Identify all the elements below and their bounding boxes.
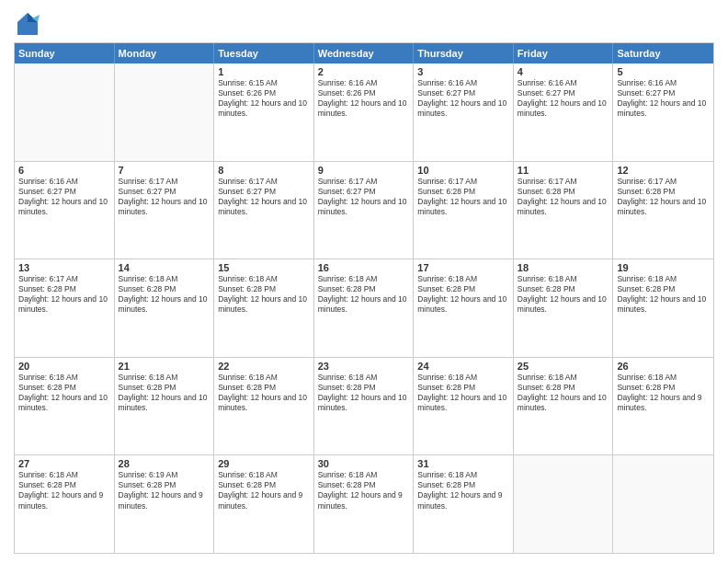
cell-info: Sunrise: 6:17 AMSunset: 6:27 PMDaylight:… bbox=[318, 177, 410, 217]
calendar-row-0: 1Sunrise: 6:15 AMSunset: 6:26 PMDaylight… bbox=[15, 63, 713, 161]
cal-cell: 27Sunrise: 6:18 AMSunset: 6:28 PMDayligh… bbox=[15, 455, 115, 553]
cal-cell bbox=[115, 63, 215, 161]
cell-info: Sunrise: 6:18 AMSunset: 6:28 PMDaylight:… bbox=[18, 470, 110, 511]
cal-cell: 2Sunrise: 6:16 AMSunset: 6:26 PMDaylight… bbox=[314, 63, 415, 161]
cal-cell: 31Sunrise: 6:18 AMSunset: 6:28 PMDayligh… bbox=[414, 455, 514, 553]
cell-info: Sunrise: 6:18 AMSunset: 6:28 PMDaylight:… bbox=[417, 373, 509, 413]
day-number: 30 bbox=[318, 458, 410, 469]
cal-cell: 6Sunrise: 6:16 AMSunset: 6:27 PMDaylight… bbox=[15, 162, 115, 259]
cell-info: Sunrise: 6:17 AMSunset: 6:28 PMDaylight:… bbox=[518, 177, 609, 217]
logo-icon bbox=[14, 9, 41, 37]
calendar-body: 1Sunrise: 6:15 AMSunset: 6:26 PMDaylight… bbox=[15, 63, 713, 553]
day-number: 22 bbox=[218, 361, 310, 372]
day-number: 6 bbox=[18, 165, 110, 176]
cal-cell: 5Sunrise: 6:16 AMSunset: 6:27 PMDaylight… bbox=[613, 63, 713, 161]
cal-cell bbox=[613, 455, 713, 553]
day-number: 19 bbox=[617, 262, 710, 273]
cell-info: Sunrise: 6:18 AMSunset: 6:28 PMDaylight:… bbox=[218, 274, 310, 315]
header-day-thursday: Thursday bbox=[414, 43, 514, 63]
cal-cell: 28Sunrise: 6:19 AMSunset: 6:28 PMDayligh… bbox=[115, 455, 215, 553]
calendar-row-3: 20Sunrise: 6:18 AMSunset: 6:28 PMDayligh… bbox=[15, 357, 713, 455]
cal-cell: 21Sunrise: 6:18 AMSunset: 6:28 PMDayligh… bbox=[115, 358, 215, 455]
cal-cell: 11Sunrise: 6:17 AMSunset: 6:28 PMDayligh… bbox=[514, 162, 614, 259]
day-number: 23 bbox=[318, 361, 410, 372]
cal-cell: 29Sunrise: 6:18 AMSunset: 6:28 PMDayligh… bbox=[214, 455, 314, 553]
day-number: 13 bbox=[18, 262, 110, 273]
cell-info: Sunrise: 6:15 AMSunset: 6:26 PMDaylight:… bbox=[218, 78, 310, 119]
day-number: 7 bbox=[119, 165, 210, 176]
cal-cell: 16Sunrise: 6:18 AMSunset: 6:28 PMDayligh… bbox=[314, 259, 415, 357]
cell-info: Sunrise: 6:18 AMSunset: 6:28 PMDaylight:… bbox=[218, 470, 310, 511]
cell-info: Sunrise: 6:18 AMSunset: 6:28 PMDaylight:… bbox=[18, 373, 110, 413]
cal-cell: 3Sunrise: 6:16 AMSunset: 6:27 PMDaylight… bbox=[414, 63, 514, 161]
cal-cell: 1Sunrise: 6:15 AMSunset: 6:26 PMDaylight… bbox=[214, 63, 314, 161]
cal-cell: 24Sunrise: 6:18 AMSunset: 6:28 PMDayligh… bbox=[414, 358, 514, 455]
cal-cell: 30Sunrise: 6:18 AMSunset: 6:28 PMDayligh… bbox=[314, 455, 415, 553]
day-number: 15 bbox=[218, 262, 310, 273]
day-number: 16 bbox=[318, 262, 410, 273]
day-number: 26 bbox=[617, 361, 710, 372]
day-number: 28 bbox=[119, 458, 210, 469]
day-number: 4 bbox=[518, 66, 609, 77]
logo bbox=[14, 9, 45, 37]
day-number: 31 bbox=[417, 458, 509, 469]
header-day-sunday: Sunday bbox=[15, 43, 115, 63]
cal-cell: 7Sunrise: 6:17 AMSunset: 6:27 PMDaylight… bbox=[115, 162, 215, 259]
cell-info: Sunrise: 6:17 AMSunset: 6:28 PMDaylight:… bbox=[417, 177, 509, 217]
cell-info: Sunrise: 6:17 AMSunset: 6:28 PMDaylight:… bbox=[18, 274, 110, 315]
page: SundayMondayTuesdayWednesdayThursdayFrid… bbox=[0, 0, 728, 563]
day-number: 11 bbox=[518, 165, 609, 176]
header-day-tuesday: Tuesday bbox=[214, 43, 314, 63]
day-number: 10 bbox=[417, 165, 509, 176]
cal-cell: 12Sunrise: 6:17 AMSunset: 6:28 PMDayligh… bbox=[613, 162, 713, 259]
cell-info: Sunrise: 6:16 AMSunset: 6:27 PMDaylight:… bbox=[617, 78, 710, 119]
cell-info: Sunrise: 6:17 AMSunset: 6:28 PMDaylight:… bbox=[617, 177, 710, 217]
cell-info: Sunrise: 6:18 AMSunset: 6:28 PMDaylight:… bbox=[318, 470, 410, 511]
day-number: 20 bbox=[18, 361, 110, 372]
day-number: 18 bbox=[518, 262, 609, 273]
cell-info: Sunrise: 6:18 AMSunset: 6:28 PMDaylight:… bbox=[417, 470, 509, 511]
day-number: 25 bbox=[518, 361, 609, 372]
cal-cell: 20Sunrise: 6:18 AMSunset: 6:28 PMDayligh… bbox=[15, 358, 115, 455]
day-number: 17 bbox=[417, 262, 509, 273]
cell-info: Sunrise: 6:16 AMSunset: 6:26 PMDaylight:… bbox=[318, 78, 410, 119]
day-number: 1 bbox=[218, 66, 310, 77]
cell-info: Sunrise: 6:17 AMSunset: 6:27 PMDaylight:… bbox=[218, 177, 310, 217]
calendar-header: SundayMondayTuesdayWednesdayThursdayFrid… bbox=[15, 43, 713, 63]
cell-info: Sunrise: 6:18 AMSunset: 6:28 PMDaylight:… bbox=[417, 274, 509, 315]
cell-info: Sunrise: 6:16 AMSunset: 6:27 PMDaylight:… bbox=[518, 78, 609, 119]
calendar-row-2: 13Sunrise: 6:17 AMSunset: 6:28 PMDayligh… bbox=[15, 259, 713, 357]
cell-info: Sunrise: 6:16 AMSunset: 6:27 PMDaylight:… bbox=[18, 177, 110, 217]
day-number: 8 bbox=[218, 165, 310, 176]
cal-cell: 23Sunrise: 6:18 AMSunset: 6:28 PMDayligh… bbox=[314, 358, 415, 455]
day-number: 12 bbox=[617, 165, 710, 176]
day-number: 29 bbox=[218, 458, 310, 469]
cal-cell: 10Sunrise: 6:17 AMSunset: 6:28 PMDayligh… bbox=[414, 162, 514, 259]
cell-info: Sunrise: 6:18 AMSunset: 6:28 PMDaylight:… bbox=[218, 373, 310, 413]
header-day-wednesday: Wednesday bbox=[314, 43, 415, 63]
cal-cell: 14Sunrise: 6:18 AMSunset: 6:28 PMDayligh… bbox=[115, 259, 215, 357]
day-number: 2 bbox=[318, 66, 410, 77]
cell-info: Sunrise: 6:18 AMSunset: 6:28 PMDaylight:… bbox=[119, 274, 210, 315]
cal-cell: 17Sunrise: 6:18 AMSunset: 6:28 PMDayligh… bbox=[414, 259, 514, 357]
cal-cell: 15Sunrise: 6:18 AMSunset: 6:28 PMDayligh… bbox=[214, 259, 314, 357]
cell-info: Sunrise: 6:16 AMSunset: 6:27 PMDaylight:… bbox=[417, 78, 509, 119]
cal-cell: 22Sunrise: 6:18 AMSunset: 6:28 PMDayligh… bbox=[214, 358, 314, 455]
day-number: 3 bbox=[417, 66, 509, 77]
cal-cell: 25Sunrise: 6:18 AMSunset: 6:28 PMDayligh… bbox=[514, 358, 614, 455]
cal-cell: 26Sunrise: 6:18 AMSunset: 6:28 PMDayligh… bbox=[613, 358, 713, 455]
cell-info: Sunrise: 6:18 AMSunset: 6:28 PMDaylight:… bbox=[518, 373, 609, 413]
cell-info: Sunrise: 6:18 AMSunset: 6:28 PMDaylight:… bbox=[318, 373, 410, 413]
cell-info: Sunrise: 6:18 AMSunset: 6:28 PMDaylight:… bbox=[318, 274, 410, 315]
calendar-row-4: 27Sunrise: 6:18 AMSunset: 6:28 PMDayligh… bbox=[15, 454, 713, 553]
cell-info: Sunrise: 6:17 AMSunset: 6:27 PMDaylight:… bbox=[119, 177, 210, 217]
header bbox=[14, 9, 714, 37]
calendar-row-1: 6Sunrise: 6:16 AMSunset: 6:27 PMDaylight… bbox=[15, 161, 713, 259]
day-number: 27 bbox=[18, 458, 110, 469]
day-number: 24 bbox=[417, 361, 509, 372]
day-number: 14 bbox=[119, 262, 210, 273]
day-number: 5 bbox=[617, 66, 710, 77]
cal-cell bbox=[15, 63, 115, 161]
cell-info: Sunrise: 6:18 AMSunset: 6:28 PMDaylight:… bbox=[617, 274, 710, 315]
cell-info: Sunrise: 6:19 AMSunset: 6:28 PMDaylight:… bbox=[119, 470, 210, 511]
